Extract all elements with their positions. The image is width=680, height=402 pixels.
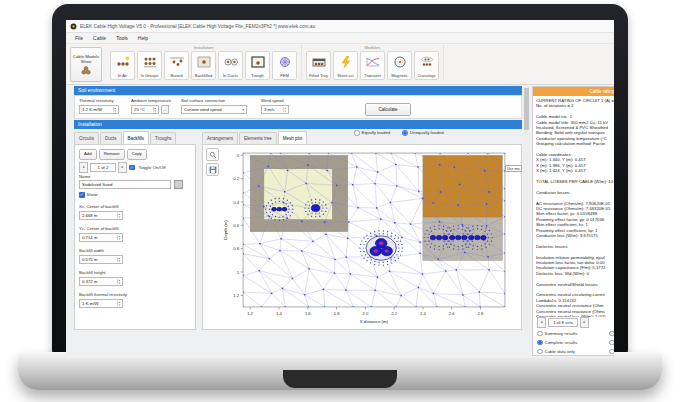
tab-circuits[interactable]: Circuits xyxy=(74,132,99,144)
stepper-arrows-icon[interactable]: ▴▾ xyxy=(117,279,120,285)
stepper-arrows-icon[interactable]: ▴▾ xyxy=(117,301,120,307)
thermal-resistivity-stepper[interactable]: 1.2 K.m/W▴▾ xyxy=(79,105,119,114)
main-scrollbar-thumb[interactable] xyxy=(524,88,529,130)
prev-backfill-button[interactable]: ◂ xyxy=(79,162,88,173)
svg-text:2.0: 2.0 xyxy=(362,311,368,316)
field-soil-surface-convection: Soil surface convectionCustom wind speed… xyxy=(181,98,247,114)
show-checkbox[interactable]: ✓ xyxy=(79,192,85,198)
backfill-width-stepper[interactable]: 0.575 m▴▾ xyxy=(79,255,123,264)
radio-clipped-option[interactable] xyxy=(609,329,614,338)
field-thermal-resistivity: Thermal resistivity1.2 K.m/W▴▾ xyxy=(79,98,119,114)
stepper-arrows-icon[interactable]: ▴▾ xyxy=(117,257,120,263)
backfill-thermal-resistivity-stepper[interactable]: 1 K.m/W▴▾ xyxy=(79,299,123,308)
magnetic-button[interactable]: Magnetic xyxy=(387,51,412,80)
tab-elements-tree[interactable]: Elements tree xyxy=(239,132,277,144)
radio-icon xyxy=(609,340,614,346)
cable-models-button[interactable]: Cable Models Show xyxy=(70,47,102,82)
svg-text:X distance (m): X distance (m) xyxy=(360,319,389,324)
tab-troughs[interactable]: Troughs xyxy=(150,132,176,144)
menu-cable[interactable]: Cable xyxy=(88,35,111,41)
backfills-panel: AddRemoveCopy ◂ 1 of 2 ▸ ✓ Toggle On/Off… xyxy=(74,144,196,330)
toggle-on-off-checkbox[interactable]: ✓ xyxy=(129,165,135,171)
next-backfill-button[interactable]: ▸ xyxy=(118,162,127,173)
prev-circuit-button[interactable]: ◂ xyxy=(537,317,546,328)
ribbon-button-label: Magnetic xyxy=(391,73,408,78)
in-groups-button[interactable]: In Groups xyxy=(137,51,162,80)
backfill-height-stepper[interactable]: 0.372 m▴▾ xyxy=(79,277,123,286)
more-options-button[interactable]: ... xyxy=(161,105,169,114)
remove-button[interactable]: Remove xyxy=(99,149,125,160)
transient-button[interactable]: Transient xyxy=(360,51,385,80)
radio-icon xyxy=(609,331,614,337)
radio-cable-data-only[interactable]: Cable data only xyxy=(537,347,577,356)
copy-button[interactable]: Copy xyxy=(127,149,147,160)
filled-tray-icon xyxy=(311,54,327,72)
stepper-arrows-icon[interactable]: ▴▾ xyxy=(153,107,156,113)
ribbon-button-label: Transient xyxy=(364,73,381,78)
stepper-arrows-icon[interactable]: ▴▾ xyxy=(117,235,120,241)
show-label: Show xyxy=(87,192,98,197)
filled-tray-button[interactable]: Filled Tray xyxy=(306,51,331,80)
in-air-button[interactable]: In Air xyxy=(110,51,135,80)
soil-surface-convection-select[interactable]: Custom wind speed▾ xyxy=(181,105,247,114)
svg-text:0.4: 0.4 xyxy=(233,200,239,205)
plot-toolbar xyxy=(206,148,219,176)
menu-tools[interactable]: Tools xyxy=(111,35,133,41)
radio-clipped-option[interactable] xyxy=(609,347,614,356)
trough-button[interactable]: Trough xyxy=(245,51,270,80)
menu-file[interactable]: File xyxy=(70,35,88,41)
tab-arrangement[interactable]: Arrangement xyxy=(202,132,238,144)
xc-center-of-backfill-stepper[interactable]: 2.668 m▴▾ xyxy=(79,211,123,220)
backfill-name-input[interactable] xyxy=(79,180,171,189)
svg-text:0.8: 0.8 xyxy=(233,246,239,251)
field-backfill-thermal-resistivity: Backfill thermal resistivity1 K.m/W▴▾ xyxy=(79,292,127,308)
ribbon-button-label: Crossings xyxy=(417,73,435,78)
radio-complete-results[interactable]: Complete results xyxy=(537,338,577,347)
ribbon-button-label: Trough xyxy=(251,73,264,78)
buried-button[interactable]: Buried xyxy=(164,51,189,80)
stepper-arrows-icon[interactable]: ▴▾ xyxy=(283,107,286,113)
main-scrollbar[interactable] xyxy=(524,86,529,330)
yc-center-of-backfill-stepper[interactable]: 0.714 m▴▾ xyxy=(79,233,123,242)
radio-icon xyxy=(537,349,543,355)
ribbon-button-label: Filled Tray xyxy=(309,73,328,78)
menubar: FileCableToolsHelp xyxy=(66,33,614,44)
app-icon xyxy=(70,23,77,30)
next-circuit-button[interactable]: ▸ xyxy=(580,317,589,328)
svg-text:Depth (m): Depth (m) xyxy=(223,220,228,240)
add-button[interactable]: Add xyxy=(79,149,97,160)
mesh-plot[interactable]: 1.21.41.61.82.02.22.42.62.800.20.40.60.8… xyxy=(219,147,517,327)
radio-clipped-option[interactable] xyxy=(609,338,614,347)
plot-save-icon[interactable] xyxy=(206,163,219,176)
in-air-icon xyxy=(115,54,131,72)
radio-equally-loaded[interactable]: Equally loaded xyxy=(354,130,390,136)
titlebar: ELEK Cable High Voltage V5.0 - Professio… xyxy=(66,20,614,33)
backfilled-button[interactable]: Backfilled xyxy=(191,51,216,80)
radio-unequally-loaded[interactable]: Unequally loaded xyxy=(402,130,443,136)
installation-tabs: CircuitsDuctsBackfillsTroughs xyxy=(74,132,177,144)
radio-summary-results[interactable]: Summary results xyxy=(537,329,577,338)
plot-zoom-icon[interactable] xyxy=(206,148,219,161)
stepper-arrows-icon[interactable]: ▴▾ xyxy=(117,213,120,219)
short-cct-button[interactable]: Short-cct xyxy=(333,51,358,80)
ambient-temperature-stepper[interactable]: 25 °C▴▾ xyxy=(131,105,159,114)
calculate-button[interactable]: Calculate xyxy=(365,103,411,116)
backfill-pager-text: 1 of 2 xyxy=(90,163,116,172)
tab-ducts[interactable]: Ducts xyxy=(100,132,122,144)
backfill-color-swatch[interactable] xyxy=(174,180,183,189)
in-ducts-button[interactable]: In Ducts xyxy=(218,51,243,80)
laptop-notch xyxy=(283,370,397,388)
results-report[interactable]: CURRENT RATING OF CIRCUIT 1 (A) =No. of … xyxy=(533,96,614,317)
crossings-button[interactable]: Crossings xyxy=(414,51,439,80)
results-pager: ◂ 1 of 8 ccts ▸ xyxy=(537,317,589,328)
tab-mesh-plot[interactable]: Mesh plot xyxy=(278,131,308,144)
fem-button[interactable]: FEM xyxy=(272,51,297,80)
cable-models-icon xyxy=(79,65,93,75)
menu-help[interactable]: Help xyxy=(133,35,153,41)
tab-backfills[interactable]: Backfills xyxy=(123,131,150,144)
svg-text:2.8: 2.8 xyxy=(478,311,484,316)
wind-speed-stepper[interactable]: 3 m/s▴▾ xyxy=(261,105,289,114)
svg-text:2.2: 2.2 xyxy=(391,311,397,316)
stepper-arrows-icon[interactable]: ▴▾ xyxy=(113,107,116,113)
results-view-options: Summary resultsComplete resultsCable dat… xyxy=(537,329,577,356)
